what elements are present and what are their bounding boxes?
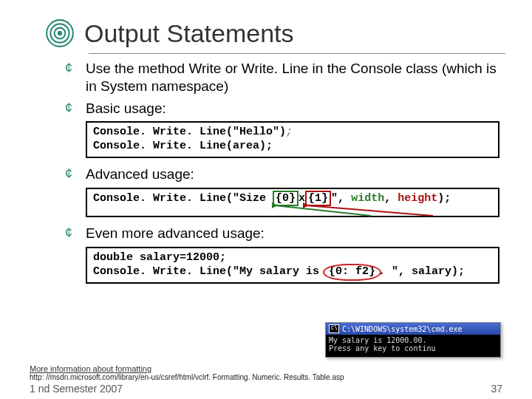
title-row: Output Statements	[44, 18, 505, 49]
code-text: . ", salary);	[378, 265, 465, 278]
cmd-window: c\ C:\WINDOWS\system32\cmd.exe My salary…	[325, 322, 501, 358]
code-text: Console. Write. Line(area);	[93, 140, 492, 154]
cmd-icon: c\	[329, 324, 339, 333]
bullet-2: Basic usage:	[65, 100, 505, 117]
bullet-4: Even more advanced usage:	[65, 225, 505, 242]
code-text: double salary=12000;	[93, 251, 492, 265]
cmd-output: My salary is 12000.00. Press any key to …	[326, 335, 500, 357]
title-underline	[89, 53, 505, 54]
code-text: "Size	[233, 192, 273, 205]
slide: Output Statements Use the method Write o…	[0, 0, 532, 399]
arg-height: height	[398, 192, 437, 205]
placeholder-0: {0}	[273, 191, 299, 206]
bullet-3: Advanced usage:	[65, 166, 505, 183]
code-more-advanced: double salary=12000; Console. Write. Lin…	[86, 247, 499, 284]
page-number: 37	[491, 383, 502, 395]
svg-point-3	[58, 31, 62, 35]
svg-line-4	[275, 205, 371, 216]
code-text: );	[437, 192, 451, 205]
format-spec-oval: {0: f2}	[326, 265, 378, 279]
cmd-titlebar: c\ C:\WINDOWS\system32\cmd.exe	[326, 323, 500, 335]
code-text: ,	[384, 192, 398, 205]
code-basic: Console. Write. Line("Hello"); Console. …	[86, 121, 499, 158]
arg-width: width	[351, 192, 384, 205]
code-text: ;	[286, 126, 293, 138]
bullet-list: Use the method Write or Write. Line in t…	[65, 60, 505, 117]
code-advanced: Console. Write. Line("Size {0}x{1}", wid…	[86, 188, 499, 218]
format-spec: {0: f2}	[329, 265, 375, 278]
footer: More information about formatting http: …	[30, 364, 502, 395]
cmd-title: C:\WINDOWS\system32\cmd.exe	[342, 325, 463, 333]
code-text: ,	[338, 192, 351, 205]
svg-line-6	[306, 205, 433, 216]
code-text: x	[299, 192, 305, 205]
code-text: Console. Write. Line(	[93, 192, 233, 205]
placeholder-1: {1}	[305, 191, 331, 206]
bullet-list: Even more advanced usage:	[65, 225, 505, 242]
more-info-link[interactable]: More information about formatting	[30, 364, 502, 373]
slide-title: Output Statements	[84, 19, 294, 48]
bullet-list: Advanced usage:	[65, 166, 505, 183]
swirl-icon	[44, 18, 75, 49]
code-text: "	[331, 192, 338, 205]
bullet-1: Use the method Write or Write. Line in t…	[65, 60, 505, 95]
more-info-url: http: //msdn.microsoft.com/library/en-us…	[30, 373, 502, 381]
semester-label: 1 nd Semester 2007	[30, 383, 123, 395]
code-text: Console. Write. Line("My salary is	[93, 265, 326, 278]
code-text: Console. Write. Line("Hello")	[93, 126, 286, 138]
